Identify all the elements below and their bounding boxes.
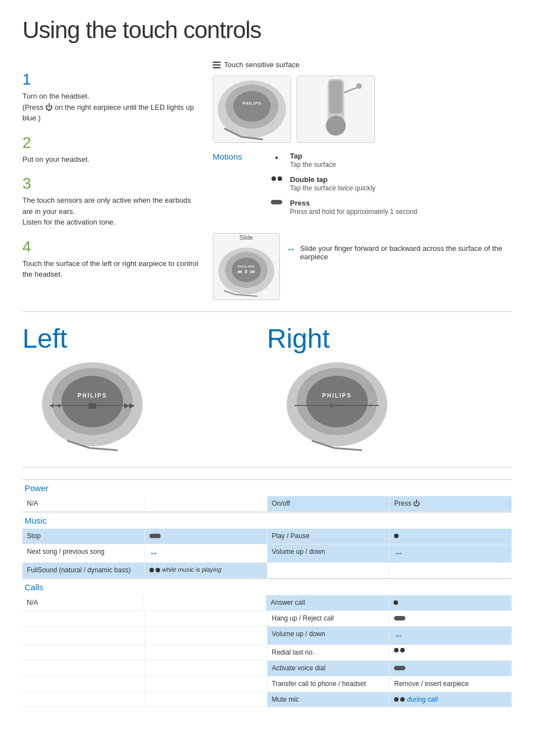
fullsound-text: while music is playing xyxy=(162,566,222,574)
earpiece-img-right xyxy=(297,76,375,143)
slide-label: Slide xyxy=(240,234,253,241)
double-tap-desc: Tap the surface twice quickly xyxy=(290,184,376,193)
calls-row-4: Activate voice dial xyxy=(22,661,512,676)
svg-text:⏮ ⏸ ⏭: ⏮ ⏸ ⏭ xyxy=(237,269,255,274)
step-1-num: 1 xyxy=(22,71,202,88)
table-section: Power N/A On/off Press ⏻ Music Stop Play… xyxy=(22,479,512,707)
svg-text:▶▶: ▶▶ xyxy=(124,402,135,409)
touch-surface-header: Touch sensitive surface xyxy=(213,60,512,69)
calls-cat-title: Calls xyxy=(22,578,512,595)
svg-rect-7 xyxy=(329,81,343,114)
calls-left-empty3b xyxy=(145,645,268,660)
step-4: 4 Touch the surface of the left or right… xyxy=(22,238,202,280)
calls-left-empty1b xyxy=(145,611,268,626)
power-left-label: N/A xyxy=(22,496,145,511)
calls-left-empty6b xyxy=(145,692,268,707)
power-right-label: On/off xyxy=(268,496,390,511)
music-vol-label: Volume up / down xyxy=(268,544,390,562)
svg-text:PHILIPS: PHILIPS xyxy=(238,265,255,268)
calls-row-6: Mute mic during call xyxy=(22,692,512,708)
motion-tap: • Tap Tap the surface xyxy=(269,152,512,170)
calls-category: Calls N/A Answer call Hang up / Reject c… xyxy=(22,578,512,707)
play-dot-icon xyxy=(394,534,399,538)
step-1: 1 Turn on the headset.(Press ⏻ on the ri… xyxy=(22,71,202,124)
calls-mute-label: Mute mic xyxy=(268,692,390,707)
calls-left-empty5 xyxy=(22,676,145,692)
right-title: Right xyxy=(267,323,330,354)
motion-press: Press Press and hold for approximately 1… xyxy=(269,199,512,217)
svg-text:+: + xyxy=(369,402,373,409)
earpiece-img-left: PHILIPS xyxy=(213,76,291,143)
step-4-num: 4 xyxy=(22,238,202,256)
redial-double-dot xyxy=(394,648,507,652)
music-full-label: FullSound (natural / dynamic bass) xyxy=(22,563,145,578)
music-next-label: Next song / previous song xyxy=(22,544,145,562)
svg-text:◄◄: ◄◄ xyxy=(48,402,62,409)
calls-left-empty6 xyxy=(22,692,145,707)
press-title: Press xyxy=(290,199,417,207)
calls-na-label: N/A xyxy=(22,595,143,610)
music-row-1: Stop Play / Pause xyxy=(22,529,512,544)
tap-title: Tap xyxy=(290,152,336,160)
music-next-icon: ↔ xyxy=(145,544,268,562)
power-right-icon: Press ⏻ xyxy=(390,496,512,511)
slide-title: Slide your finger forward or backward ac… xyxy=(300,244,512,261)
calls-vol-label: Volume up / down xyxy=(268,627,390,645)
step-3-text: The touch sensors are only active when t… xyxy=(22,195,202,228)
left-half: Left PHILIPS ◄◄ ▶▶ xyxy=(22,323,267,456)
calls-row-5: Transfer call to phone / headset Remove … xyxy=(22,676,512,692)
calls-answer-icon xyxy=(389,595,512,610)
svg-text:↩: ↩ xyxy=(340,403,344,409)
press-desc: Press and hold for approximately 1 secon… xyxy=(290,207,417,217)
music-vol-icon: ↔ xyxy=(390,544,512,562)
step-3-num: 3 xyxy=(22,175,202,193)
music-play-label: Play / Pause xyxy=(268,529,390,544)
calls-redial-icon xyxy=(390,645,512,660)
calls-redial-label: Redial last no. xyxy=(268,645,390,660)
next-arrow-icon: ↔ xyxy=(149,548,158,558)
step-2-num: 2 xyxy=(22,134,202,152)
double-tap-icon xyxy=(269,176,284,181)
voice-press-icon xyxy=(394,666,405,670)
music-stop-label: Stop xyxy=(22,529,145,544)
svg-point-8 xyxy=(326,116,345,136)
calls-voice-label: Activate voice dial xyxy=(268,661,390,676)
calls-row-0: N/A Answer call xyxy=(22,595,512,611)
tap-desc: Tap the surface xyxy=(290,160,336,170)
calls-left-empty5b xyxy=(145,676,268,692)
step-1-text: Turn on the headset.(Press ⏻ on the righ… xyxy=(22,91,202,124)
music-full-icon: while music is playing xyxy=(145,563,268,578)
slide-img: Slide PHILIPS ⏮ ⏸ ⏭ xyxy=(213,233,280,300)
svg-line-27 xyxy=(90,448,118,450)
stop-press-icon xyxy=(149,534,161,538)
tap-icon: • xyxy=(269,153,284,163)
calls-mute-icon: during call xyxy=(390,692,512,707)
calls-hangup-label: Hang up / Reject call xyxy=(268,611,390,626)
vol-arrow-icon: ↔ xyxy=(394,548,403,558)
music-play-icon xyxy=(390,529,512,544)
calls-row-1: Hang up / Reject call xyxy=(22,611,512,627)
svg-rect-24 xyxy=(88,403,96,409)
hangup-press-icon xyxy=(394,616,405,620)
lines-icon xyxy=(213,62,221,68)
calls-transfer-label: Transfer call to phone / headset xyxy=(268,676,390,692)
svg-text:PHILIPS: PHILIPS xyxy=(242,101,261,105)
calls-answer-label: Answer call xyxy=(266,595,390,610)
svg-text:PHILIPS: PHILIPS xyxy=(322,393,352,399)
step-4-text: Touch the surface of the left or right e… xyxy=(22,258,202,280)
music-full-right-icon xyxy=(390,563,512,578)
music-row-2: Next song / previous song ↔ Volume up / … xyxy=(22,544,512,563)
motion-double-tap: Double tap Tap the surface twice quickly xyxy=(269,175,512,193)
calls-row-3: Redial last no. xyxy=(22,645,512,661)
svg-text:−: − xyxy=(294,403,297,409)
steps-column: 1 Turn on the headset.(Press ⏻ on the ri… xyxy=(22,60,202,300)
left-title: Left xyxy=(22,323,67,354)
fullsound-double-dot xyxy=(149,568,160,572)
mute-double-dot xyxy=(394,697,405,702)
motions-list: • Tap Tap the surface Double tap Tap the… xyxy=(269,152,512,222)
touch-surface-label: Touch sensitive surface xyxy=(224,60,299,69)
svg-line-17 xyxy=(235,295,257,296)
answer-dot-icon xyxy=(394,600,398,605)
calls-left-empty4b xyxy=(145,661,268,676)
power-left-icon xyxy=(145,496,268,511)
